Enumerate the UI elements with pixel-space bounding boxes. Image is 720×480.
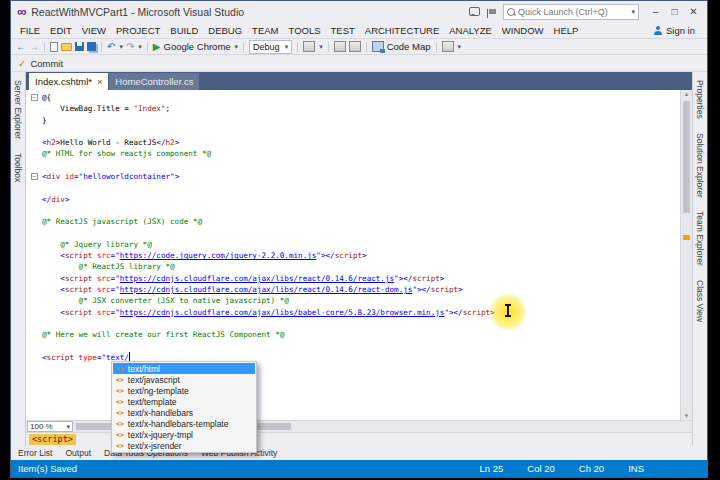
- code-line[interactable]: [26, 341, 680, 352]
- code-line[interactable]: @* JSX converter (JSX to native javascri…: [26, 295, 680, 306]
- fold-margin: [26, 295, 42, 306]
- tool-tab-properties[interactable]: Properties: [695, 80, 705, 119]
- code-line[interactable]: [26, 126, 680, 137]
- code-line[interactable]: </div>: [26, 194, 680, 205]
- vertical-scrollbar[interactable]: ▲ ▼: [680, 90, 692, 420]
- code-map-icon[interactable]: [372, 41, 384, 52]
- redo-dropdown-icon[interactable]: ▾: [138, 43, 142, 51]
- menu-item-architecture[interactable]: ARCHITECTURE: [360, 25, 444, 36]
- intellisense-item-text-html[interactable]: <>text/html: [113, 363, 255, 374]
- toolbar-separator: [243, 42, 244, 52]
- menu-item-window[interactable]: WINDOW: [497, 25, 549, 36]
- code-line[interactable]: <script src="https://code.jquery.com/jqu…: [26, 250, 680, 261]
- tab-label: HomeController.cs: [115, 76, 193, 87]
- intellisense-item-text-x-handlebars[interactable]: <>text/x-handlebars: [113, 407, 255, 418]
- code-line[interactable]: @* ReactJS javascript (JSX) code *@: [26, 216, 680, 227]
- code-line[interactable]: [26, 228, 680, 239]
- undo-button[interactable]: ↶: [107, 41, 115, 53]
- navigate-forward-button[interactable]: →: [29, 41, 39, 53]
- menu-item-team[interactable]: TEAM: [247, 25, 283, 36]
- sign-in-button[interactable]: Sign in: [654, 25, 703, 36]
- scrollbar-thumb[interactable]: [683, 101, 690, 213]
- feedback-icon[interactable]: [469, 7, 480, 16]
- intellisense-item-text-x-jsrender[interactable]: <>text/x-jsrender: [113, 440, 255, 451]
- menu-item-help[interactable]: HELP: [549, 25, 584, 36]
- code-line[interactable]: [26, 318, 680, 329]
- chevron-down-icon[interactable]: ▾: [319, 43, 323, 51]
- undo-dropdown-icon[interactable]: ▾: [119, 43, 123, 51]
- code-line[interactable]: <script src="https://cdnjs.cloudflare.co…: [26, 284, 680, 295]
- menu-item-project[interactable]: PROJECT: [111, 25, 165, 36]
- browser-target-label[interactable]: Google Chrome: [164, 41, 231, 52]
- scroll-down-icon[interactable]: ▼: [681, 413, 692, 419]
- panel-tab-error-list[interactable]: Error List: [18, 448, 52, 458]
- tool-tab-toolbox[interactable]: Toolbox: [13, 153, 23, 182]
- intellisense-item-text-template[interactable]: <>text/template: [113, 396, 255, 407]
- intellisense-item-text-x-handlebars-template[interactable]: <>text/x-handlebars-template: [113, 418, 255, 429]
- build-tool-icon[interactable]: [303, 41, 315, 52]
- solution-config-dropdown[interactable]: Debug ▾: [249, 40, 292, 54]
- close-button[interactable]: ✕: [684, 4, 703, 20]
- tool-tab-class-view[interactable]: Class View: [695, 280, 705, 322]
- code-line[interactable]: <h2>Hello World - ReactJS</h2>: [26, 137, 680, 148]
- menu-item-edit[interactable]: EDIT: [45, 25, 77, 36]
- menu-item-tools[interactable]: TOOLS: [284, 25, 326, 36]
- code-line[interactable]: –@{: [26, 92, 680, 103]
- code-line[interactable]: ViewBag.Title = "Index";: [26, 103, 680, 114]
- tool-tab-solution-explorer[interactable]: Solution Explorer: [695, 133, 705, 198]
- navigate-back-button[interactable]: ←: [16, 41, 26, 53]
- document-tab-homecontroller-cs[interactable]: HomeController.cs: [109, 73, 199, 90]
- panel-tab-output[interactable]: Output: [65, 448, 91, 458]
- code-line[interactable]: <script src="https://cdnjs.cloudflare.co…: [26, 273, 680, 284]
- menu-item-debug[interactable]: DEBUG: [203, 25, 247, 36]
- open-file-button[interactable]: [61, 43, 72, 51]
- toolbar-options-icon[interactable]: ▾: [458, 43, 462, 51]
- start-debug-button[interactable]: ▶: [153, 41, 161, 53]
- save-button[interactable]: [75, 42, 84, 51]
- tool-tab-team-explorer[interactable]: Team Explorer: [695, 211, 705, 266]
- find-tool-icon[interactable]: [334, 41, 346, 52]
- comment-tool-icon[interactable]: [349, 41, 361, 52]
- code-line[interactable]: <script src="https://cdnjs.cloudflare.co…: [26, 307, 680, 318]
- menu-item-view[interactable]: VIEW: [77, 25, 111, 36]
- menu-item-analyze[interactable]: ANALYZE: [444, 25, 497, 36]
- intellisense-item-text-javascript[interactable]: <>text/javascript: [113, 374, 255, 385]
- zoom-control[interactable]: 100 % ▾: [27, 421, 73, 432]
- scroll-up-icon[interactable]: ▲: [681, 91, 692, 97]
- code-line[interactable]: [26, 205, 680, 216]
- document-tab-index-cshtml-[interactable]: Index.cshtml*×: [29, 73, 108, 90]
- code-line[interactable]: –<div id="helloworldcontainer">: [26, 171, 680, 182]
- list-tool-icon[interactable]: [442, 41, 454, 52]
- menu-item-test[interactable]: TEST: [326, 25, 360, 36]
- code-map-label[interactable]: Code Map: [387, 41, 431, 52]
- code-line[interactable]: @* HTML for show reactjs component *@: [26, 148, 680, 159]
- commit-button[interactable]: Commit: [30, 58, 63, 69]
- save-all-button[interactable]: [87, 42, 96, 51]
- maximize-button[interactable]: □: [665, 4, 684, 20]
- intellisense-item-text-ng-template[interactable]: <>text/ng-template: [113, 385, 255, 396]
- code-line[interactable]: }: [26, 115, 680, 126]
- redo-button[interactable]: ↷: [126, 41, 134, 53]
- menu-item-build[interactable]: BUILD: [165, 25, 203, 36]
- tool-tab-server-explorer[interactable]: Server Explorer: [13, 80, 23, 139]
- fold-collapse-icon[interactable]: –: [31, 173, 38, 180]
- breadcrumb[interactable]: <script>: [29, 434, 76, 445]
- code-line[interactable]: @* Jquery library *@: [26, 239, 680, 250]
- code-line[interactable]: [26, 160, 680, 171]
- chevron-down-icon[interactable]: ▾: [631, 8, 635, 16]
- close-tab-icon[interactable]: ×: [97, 77, 102, 87]
- code-line[interactable]: @* ReactJS library *@: [26, 261, 680, 272]
- quick-launch-box[interactable]: Quick Launch (Ctrl+Q) ▾: [503, 4, 639, 20]
- code-line[interactable]: @* Here we will create our first ReactJS…: [26, 329, 680, 340]
- notifications-icon[interactable]: [489, 9, 496, 14]
- minimize-button[interactable]: –: [646, 4, 665, 20]
- intellisense-item-text-x-jquery-tmpl[interactable]: <>text/x-jquery-tmpl: [113, 429, 255, 440]
- code-text: @* Jquery library *@: [42, 239, 680, 250]
- fold-collapse-icon[interactable]: –: [31, 94, 38, 101]
- menu-item-file[interactable]: FILE: [15, 25, 45, 36]
- browser-dropdown-icon[interactable]: ▾: [235, 43, 239, 51]
- markup-icon: <>: [116, 431, 124, 439]
- new-file-button[interactable]: [50, 42, 58, 52]
- code-line[interactable]: [26, 182, 680, 193]
- vs-window: ∞ ReactWithMVCPart1 - Microsoft Visual S…: [10, 0, 708, 478]
